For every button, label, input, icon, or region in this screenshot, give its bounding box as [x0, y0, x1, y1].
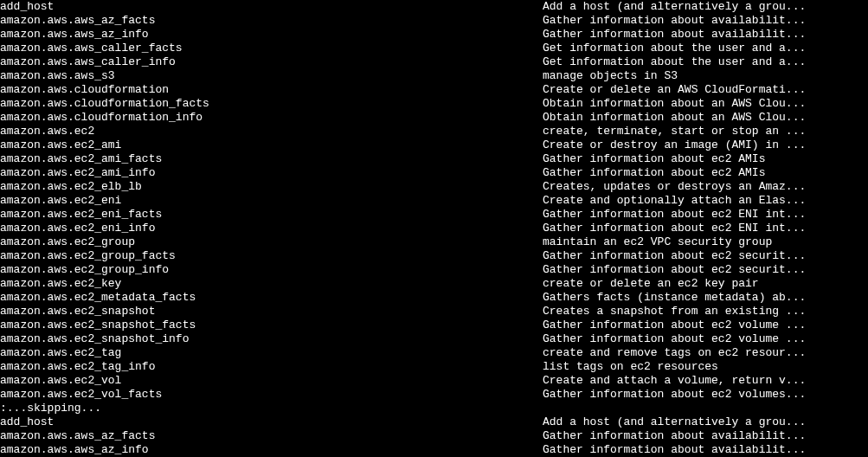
module-description: Add a host (and alternatively a grou...: [543, 415, 868, 429]
module-name: amazon.aws.cloudformation: [0, 83, 543, 97]
module-name: amazon.aws.aws_caller_info: [0, 55, 543, 69]
module-description: Get information about the user and a...: [543, 55, 868, 69]
module-description: Obtain information about an AWS Clou...: [543, 97, 868, 111]
output-line: amazon.aws.ec2_snapshotCreates a snapsho…: [0, 305, 868, 319]
module-description: create or delete an ec2 key pair: [543, 277, 868, 291]
output-line: amazon.aws.ec2_elb_lbCreates, updates or…: [0, 180, 868, 194]
output-line: amazon.aws.aws_caller_factsGet informati…: [0, 42, 868, 55]
terminal-output[interactable]: add_hostAdd a host (and alternatively a …: [0, 0, 868, 457]
output-line: amazon.aws.ec2_group_factsGather informa…: [0, 249, 868, 263]
module-description: Gather information about ec2 ENI int...: [543, 222, 868, 235]
output-line: amazon.aws.ec2_group_infoGather informat…: [0, 263, 868, 277]
module-name: amazon.aws.ec2_snapshot_facts: [0, 319, 543, 332]
output-line: amazon.aws.ec2_eni_factsGather informati…: [0, 208, 868, 222]
module-description: Gather information about availabilit...: [543, 443, 868, 457]
output-line: amazon.aws.ec2_eni_infoGather informatio…: [0, 222, 868, 235]
output-line: amazon.aws.ec2create, terminate, start o…: [0, 125, 868, 138]
output-line: amazon.aws.aws_caller_infoGet informatio…: [0, 55, 868, 69]
module-description: Create or destroy an image (AMI) in ...: [543, 138, 868, 152]
output-line: amazon.aws.cloudformation_infoObtain inf…: [0, 111, 868, 125]
module-description: Gather information about ec2 AMIs: [543, 166, 868, 180]
module-name: amazon.aws.aws_az_info: [0, 443, 543, 457]
output-line: amazon.aws.ec2_eniCreate and optionally …: [0, 194, 868, 208]
module-description: Gather information about ec2 volumes...: [543, 388, 868, 402]
module-name: amazon.aws.ec2: [0, 125, 543, 138]
module-description: Gather information about ec2 AMIs: [543, 152, 868, 166]
module-description: Gather information about availabilit...: [543, 429, 868, 443]
module-description: Create or delete an AWS CloudFormati...: [543, 83, 868, 97]
output-line: add_hostAdd a host (and alternatively a …: [0, 415, 868, 429]
module-description: Gather information about ec2 volume ...: [543, 332, 868, 346]
module-name: amazon.aws.ec2_key: [0, 277, 543, 291]
module-name: amazon.aws.ec2_snapshot: [0, 305, 543, 319]
module-description: Create and optionally attach an Elas...: [543, 194, 868, 208]
module-name: amazon.aws.ec2_group: [0, 235, 543, 249]
output-line: amazon.aws.ec2_keycreate or delete an ec…: [0, 277, 868, 291]
output-line: amazon.aws.ec2_snapshot_infoGather infor…: [0, 332, 868, 346]
output-line: amazon.aws.aws_az_infoGather information…: [0, 28, 868, 42]
module-description: Get information about the user and a...: [543, 42, 868, 55]
module-description: Create and attach a volume, return v...: [543, 374, 868, 388]
output-line: amazon.aws.aws_az_infoGather information…: [0, 443, 868, 457]
module-description: [543, 402, 868, 415]
module-name: add_host: [0, 415, 543, 429]
module-description: manage objects in S3: [543, 69, 868, 83]
module-name: amazon.aws.cloudformation_facts: [0, 97, 543, 111]
module-name: amazon.aws.ec2_tag: [0, 346, 543, 360]
module-description: create and remove tags on ec2 resour...: [543, 346, 868, 360]
module-name: amazon.aws.ec2_tag_info: [0, 360, 543, 374]
output-line: amazon.aws.ec2_metadata_factsGathers fac…: [0, 291, 868, 305]
module-name: amazon.aws.aws_s3: [0, 69, 543, 83]
module-name: amazon.aws.ec2_metadata_facts: [0, 291, 543, 305]
output-line: :...skipping...: [0, 402, 868, 415]
module-name: amazon.aws.ec2_eni: [0, 194, 543, 208]
module-name: amazon.aws.ec2_ami: [0, 138, 543, 152]
module-name: amazon.aws.cloudformation_info: [0, 111, 543, 125]
output-line: amazon.aws.ec2_ami_factsGather informati…: [0, 152, 868, 166]
module-description: Add a host (and alternatively a grou...: [543, 0, 868, 14]
module-description: Gather information about availabilit...: [543, 28, 868, 42]
module-name: amazon.aws.ec2_elb_lb: [0, 180, 543, 194]
module-name: amazon.aws.aws_az_facts: [0, 429, 543, 443]
module-name: amazon.aws.ec2_group_info: [0, 263, 543, 277]
module-description: Creates, updates or destroys an Amaz...: [543, 180, 868, 194]
module-description: Creates a snapshot from an existing ...: [543, 305, 868, 319]
module-description: Gather information about ec2 volume ...: [543, 319, 868, 332]
output-line: amazon.aws.ec2_volCreate and attach a vo…: [0, 374, 868, 388]
module-description: Gather information about ec2 securit...: [543, 263, 868, 277]
module-name: add_host: [0, 0, 543, 14]
module-name: amazon.aws.ec2_eni_info: [0, 222, 543, 235]
output-line: amazon.aws.ec2_snapshot_factsGather info…: [0, 319, 868, 332]
module-description: create, terminate, start or stop an ...: [543, 125, 868, 138]
output-line: amazon.aws.ec2_ami_infoGather informatio…: [0, 166, 868, 180]
module-name: amazon.aws.ec2_snapshot_info: [0, 332, 543, 346]
module-description: Gather information about availabilit...: [543, 14, 868, 28]
output-line: amazon.aws.ec2_amiCreate or destroy an i…: [0, 138, 868, 152]
module-name: amazon.aws.aws_az_info: [0, 28, 543, 42]
module-description: Gathers facts (instance metadata) ab...: [543, 291, 868, 305]
module-description: list tags on ec2 resources: [543, 360, 868, 374]
module-name: amazon.aws.ec2_group_facts: [0, 249, 543, 263]
output-line: amazon.aws.aws_az_factsGather informatio…: [0, 429, 868, 443]
output-line: amazon.aws.ec2_tag_infolist tags on ec2 …: [0, 360, 868, 374]
module-name: amazon.aws.ec2_ami_facts: [0, 152, 543, 166]
module-name: amazon.aws.ec2_vol: [0, 374, 543, 388]
module-description: Gather information about ec2 ENI int...: [543, 208, 868, 222]
module-name: amazon.aws.ec2_ami_info: [0, 166, 543, 180]
module-description: maintain an ec2 VPC security group: [543, 235, 868, 249]
output-line: amazon.aws.cloudformationCreate or delet…: [0, 83, 868, 97]
output-line: amazon.aws.ec2_groupmaintain an ec2 VPC …: [0, 235, 868, 249]
module-name: amazon.aws.ec2_eni_facts: [0, 208, 543, 222]
output-line: amazon.aws.ec2_tagcreate and remove tags…: [0, 346, 868, 360]
module-name: amazon.aws.aws_caller_facts: [0, 42, 543, 55]
output-line: add_hostAdd a host (and alternatively a …: [0, 0, 868, 14]
module-name: :...skipping...: [0, 402, 543, 415]
output-line: amazon.aws.cloudformation_factsObtain in…: [0, 97, 868, 111]
module-description: Gather information about ec2 securit...: [543, 249, 868, 263]
module-description: Obtain information about an AWS Clou...: [543, 111, 868, 125]
output-line: amazon.aws.ec2_vol_factsGather informati…: [0, 388, 868, 402]
output-line: amazon.aws.aws_s3manage objects in S3: [0, 69, 868, 83]
module-name: amazon.aws.ec2_vol_facts: [0, 388, 543, 402]
module-name: amazon.aws.aws_az_facts: [0, 14, 543, 28]
output-line: amazon.aws.aws_az_factsGather informatio…: [0, 14, 868, 28]
